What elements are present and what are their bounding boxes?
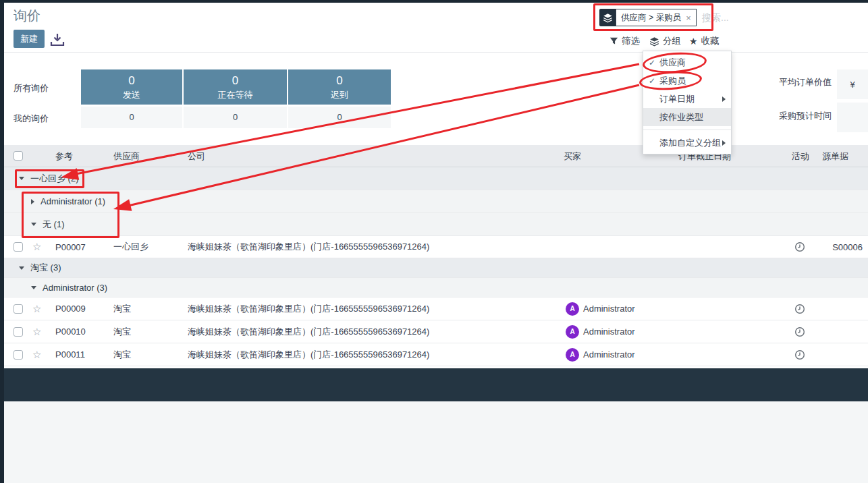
row-buyer: Administrator: [583, 349, 635, 360]
search-input[interactable]: 搜索...: [702, 12, 729, 24]
star-icon: ★: [689, 36, 698, 47]
lead-time-label: 采购预计时间: [756, 110, 832, 122]
row-checkbox[interactable]: [13, 350, 23, 360]
row-source-document: S00006: [832, 236, 863, 258]
col-header-vendor[interactable]: 供应商: [113, 145, 140, 167]
star-icon[interactable]: ☆: [32, 343, 41, 366]
lead-time-box: [837, 103, 868, 132]
row-buyer: Administrator: [583, 304, 635, 314]
col-header-buyer[interactable]: 买家: [564, 145, 581, 167]
avatar: A: [566, 325, 579, 339]
group-label: 淘宝 (3): [30, 262, 61, 274]
activity-clock-icon[interactable]: [794, 343, 805, 366]
col-header-reference[interactable]: 参考: [55, 145, 73, 167]
table-row[interactable]: ☆ P00009 淘宝 海峡姐妹茶（歌笛湖印象里店）(门店-1665555596…: [4, 297, 868, 320]
facet-value: 供应商 > 采购员 ×: [616, 9, 697, 26]
avatar: A: [566, 302, 579, 316]
menu-item-operation-type[interactable]: 按作业类型: [643, 108, 731, 126]
group-row-vendor-1[interactable]: 一心回乡 (2): [4, 167, 868, 190]
row-reference: P00009: [55, 297, 86, 320]
menu-item-vendor[interactable]: ✓ 供应商: [643, 53, 731, 72]
favorites-button[interactable]: ★ 收藏: [689, 35, 720, 47]
group-by-layers-icon: [599, 9, 616, 26]
bottom-empty-area: [4, 401, 868, 483]
stat-late[interactable]: 0 迟到: [288, 69, 391, 105]
row-reference: P00011: [55, 343, 85, 366]
group-label: 一心回乡 (2): [30, 173, 79, 185]
stat-late-mine[interactable]: 0: [288, 107, 391, 128]
caret-right-icon[interactable]: [31, 199, 34, 204]
table-row[interactable]: ☆ P00010 淘宝 海峡姐妹茶（歌笛湖印象里店）(门店-1665555596…: [4, 320, 868, 343]
group-row-buyer-admin1[interactable]: Administrator (1): [4, 190, 868, 213]
control-panel-divider: [4, 52, 868, 53]
group-row-buyer-admin3[interactable]: Administrator (3): [4, 278, 868, 297]
group-row-buyer-none[interactable]: 无 (1): [4, 213, 868, 236]
stat-waiting[interactable]: 0 正在等待: [184, 69, 287, 105]
row-checkbox[interactable]: [13, 304, 23, 314]
app-window: 询价 新建 供应商 > 采购员 × 搜索... 筛选 分组 ★ 收藏 ✓ 供应商…: [0, 0, 868, 483]
star-icon[interactable]: ☆: [32, 297, 41, 320]
menu-item-buyer[interactable]: ✓ 采购员: [643, 72, 731, 90]
col-header-activity[interactable]: 活动: [792, 145, 809, 167]
row-company: 海峡姐妹茶（歌笛湖印象里店）(门店-1665555596536971264): [188, 343, 429, 366]
row-company: 海峡姐妹茶（歌笛湖印象里店）(门店-1665555596536971264): [188, 320, 429, 343]
activity-clock-icon[interactable]: [794, 320, 805, 343]
submenu-caret-icon: [722, 140, 726, 146]
row-vendor: 淘宝: [113, 343, 131, 366]
stat-waiting-mine[interactable]: 0: [184, 107, 287, 128]
group-label: Administrator (1): [40, 196, 105, 206]
row-company: 海峡姐妹茶（歌笛湖印象里店）(门店-1665555596536971264): [188, 297, 429, 320]
activity-clock-icon[interactable]: [794, 297, 805, 320]
group-by-menu: ✓ 供应商 ✓ 采购员 订单日期 按作业类型 添加自定义分组: [643, 51, 732, 154]
group-label: 无 (1): [43, 219, 65, 231]
avatar: A: [566, 348, 579, 362]
table-row[interactable]: ☆ P00007 一心回乡 海峡姐妹茶（歌笛湖印象里店）(门店-16655555…: [4, 236, 868, 258]
group-by-button[interactable]: 分组: [649, 35, 681, 47]
avg-order-value-box: ¥: [837, 69, 868, 99]
star-icon[interactable]: ☆: [32, 236, 41, 258]
star-icon[interactable]: ☆: [32, 320, 41, 343]
menu-item-add-custom-group[interactable]: 添加自定义分组: [643, 134, 731, 152]
submenu-caret-icon: [722, 96, 726, 102]
activity-clock-icon[interactable]: [794, 236, 805, 258]
caret-down-icon[interactable]: [19, 266, 24, 270]
new-button[interactable]: 新建: [13, 30, 45, 48]
stat-sent[interactable]: 0 发送: [81, 69, 182, 105]
row-checkbox[interactable]: [13, 327, 23, 337]
avg-order-value-label: 平均订单价值: [756, 76, 832, 88]
row-buyer: Administrator: [583, 326, 635, 337]
my-rfq-label[interactable]: 我的询价: [13, 113, 49, 125]
row-vendor: 一心回乡: [113, 236, 148, 258]
filter-icon: [609, 37, 618, 45]
row-company: 海峡姐妹茶（歌笛湖印象里店）(门店-1665555596536971264): [188, 236, 429, 258]
check-icon: ✓: [649, 58, 659, 67]
top-edge-strip: [0, 0, 868, 3]
check-icon: ✓: [649, 76, 659, 86]
table-row[interactable]: ☆ P00011 淘宝 海峡姐妹茶（歌笛湖印象里店）(门店-1665555596…: [4, 343, 868, 366]
row-reference: P00010: [55, 320, 86, 343]
facet-label: 供应商 > 采购员: [621, 12, 681, 24]
row-checkbox[interactable]: [13, 242, 23, 252]
menu-item-order-date[interactable]: 订单日期: [643, 90, 731, 108]
all-rfq-label[interactable]: 所有询价: [13, 82, 49, 94]
row-vendor: 淘宝: [113, 297, 131, 320]
facet-remove-icon[interactable]: ×: [686, 13, 691, 23]
table-header: 参考 供应商 公司 买家 订单截止日期 活动 源单据: [4, 145, 868, 167]
row-reference: P00007: [55, 236, 86, 258]
search-facet[interactable]: 供应商 > 采购员 ×: [599, 9, 697, 26]
col-header-company[interactable]: 公司: [188, 145, 205, 167]
row-vendor: 淘宝: [113, 320, 131, 343]
caret-down-icon[interactable]: [31, 223, 36, 226]
col-header-source-document[interactable]: 源单据: [822, 145, 848, 167]
stat-sent-mine[interactable]: 0: [81, 107, 182, 128]
caret-down-icon[interactable]: [31, 286, 36, 289]
select-all-checkbox[interactable]: [13, 151, 23, 161]
group-row-vendor-2[interactable]: 淘宝 (3): [4, 258, 868, 278]
group-label: Administrator (3): [43, 283, 107, 293]
filter-button[interactable]: 筛选: [609, 35, 640, 47]
layers-icon: [649, 36, 659, 47]
bottom-panel-bar: [4, 368, 868, 401]
menu-divider: [643, 130, 731, 130]
download-icon[interactable]: [50, 33, 65, 47]
caret-down-icon[interactable]: [19, 177, 24, 180]
